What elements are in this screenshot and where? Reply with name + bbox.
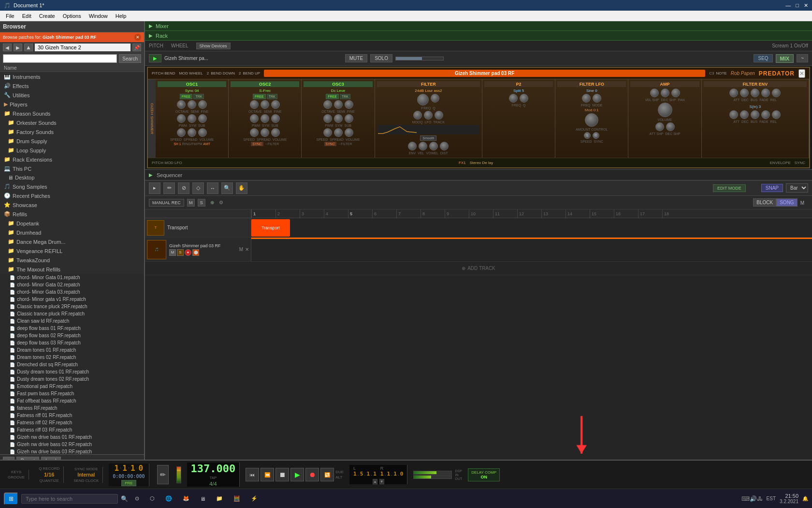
- filter-env-knob[interactable]: [408, 142, 417, 150]
- tree-item-desktop[interactable]: 🖥 Desktop: [0, 173, 144, 182]
- env-bus-knob[interactable]: [751, 110, 759, 119]
- osc1-trk-btn[interactable]: TRK: [193, 94, 204, 99]
- osc3-free-btn[interactable]: FREE: [326, 94, 339, 99]
- taskbar-search-input[interactable]: [21, 494, 118, 504]
- osc3-sym-knob[interactable]: [334, 114, 343, 123]
- nav-up-btn[interactable]: ▲: [24, 44, 33, 51]
- taskbar-app-edge[interactable]: 🌐: [161, 493, 176, 504]
- edit-mode-btn[interactable]: EDIT MODE: [713, 184, 746, 192]
- filter-track-knob[interactable]: [435, 111, 443, 120]
- osc3-spread-knob[interactable]: [334, 128, 343, 137]
- nav-bookmark-btn[interactable]: 📌: [132, 44, 141, 51]
- osc2-trk-btn[interactable]: TRK: [267, 94, 277, 99]
- env-fade-knob[interactable]: [761, 110, 770, 119]
- search-button[interactable]: Search: [119, 54, 141, 63]
- fenv-rel-knob[interactable]: [772, 89, 781, 97]
- tree-item-orkester-sounds[interactable]: 📁 Orkester Sounds: [0, 118, 144, 127]
- taskbar-app-monitor[interactable]: 🖥: [196, 494, 209, 504]
- sync-btn[interactable]: ⊡: [593, 132, 599, 139]
- tree-item-maxout-refills[interactable]: 📁 The Maxout Refills: [0, 265, 144, 274]
- osc1-free-btn[interactable]: FREE: [180, 94, 193, 99]
- env-att-knob[interactable]: [729, 110, 738, 119]
- stop-btn[interactable]: ⏹: [276, 468, 289, 481]
- list-item[interactable]: 📄Gizeh nw drive bass 03 RF.repatch: [0, 448, 144, 454]
- menu-edit[interactable]: Edit: [18, 12, 35, 20]
- fenv-sus-knob[interactable]: [751, 89, 759, 97]
- tree-item-tweakazound[interactable]: 📁 TweakaZound: [0, 255, 144, 265]
- list-item[interactable]: 📄deep flow bass 03 RF.repatch: [0, 339, 144, 346]
- manual-rec-btn[interactable]: MANUAL REC: [149, 199, 184, 207]
- tree-item-loop-supply[interactable]: 📁 Loop Supply: [0, 146, 144, 155]
- list-item[interactable]: 📄Dream tones 02 RF.repatch: [0, 354, 144, 361]
- minimize-btn[interactable]: —: [785, 2, 791, 9]
- osc2-sym-knob[interactable]: [261, 114, 269, 123]
- tree-item-vengeance-refill[interactable]: 📁 Vengeance REFILL: [0, 246, 144, 255]
- seq-hand-tool[interactable]: ✋: [236, 182, 247, 194]
- p2-q-knob[interactable]: [520, 94, 528, 103]
- list-item[interactable]: 📄chord- Minor Gata 03.repatch: [0, 288, 144, 296]
- list-item[interactable]: 📄Emotional pad RF.repatch: [0, 383, 144, 390]
- filter-freq-knob[interactable]: [417, 94, 429, 105]
- nav-forward-btn[interactable]: ▶: [14, 44, 22, 51]
- list-item[interactable]: 📄chord- Minor Gata 02.repatch: [0, 281, 144, 288]
- osc1-volume-knob[interactable]: [198, 128, 207, 137]
- list-item[interactable]: 📄deep flow bass 01 RF.repatch: [0, 325, 144, 332]
- seq-m-btn[interactable]: M: [187, 199, 195, 207]
- pre-btn[interactable]: PRE: [121, 480, 136, 486]
- list-item[interactable]: 📄Fatness riff 01 RF.repatch: [0, 412, 144, 419]
- osc2-sync-btn[interactable]: SYNC: [251, 142, 263, 146]
- amp-pan-knob[interactable]: [671, 89, 680, 97]
- taskbar-app-firefox[interactable]: 🦊: [179, 493, 193, 504]
- tree-item-factory-sounds[interactable]: 📁 Factory Sounds: [0, 127, 144, 136]
- speed-btn[interactable]: S: [584, 132, 591, 139]
- osc2-speed-knob[interactable]: [250, 128, 259, 137]
- list-item[interactable]: 📄Gizeh nw drive bass 01 RF.repatch: [0, 433, 144, 441]
- track-s-btn[interactable]: S: [177, 249, 184, 256]
- maximize-btn[interactable]: □: [796, 2, 799, 9]
- osc1-spread-knob[interactable]: [188, 128, 196, 137]
- seq-select-tool[interactable]: ▸: [149, 182, 160, 194]
- track-content-transport[interactable]: Transport: [251, 218, 812, 237]
- amp-volume-knob[interactable]: [658, 103, 672, 117]
- lfo-mode-knob[interactable]: [593, 94, 601, 103]
- tree-item-drumhead[interactable]: 📁 Drumhead: [0, 228, 144, 237]
- osc1-fine-knob[interactable]: [198, 100, 207, 109]
- env-dec-knob[interactable]: [740, 110, 749, 119]
- osc3-speed-knob[interactable]: [323, 128, 332, 137]
- env-rel-knob[interactable]: [772, 110, 781, 119]
- seq-pencil-tool[interactable]: ✏: [163, 182, 175, 194]
- seq-btn[interactable]: SEQ: [754, 54, 772, 62]
- rack-play-btn[interactable]: ▶: [149, 54, 161, 62]
- osc3-semi-knob[interactable]: [334, 100, 343, 109]
- osc2-semi-knob[interactable]: [261, 100, 269, 109]
- filter-lfo-knob[interactable]: [424, 111, 433, 120]
- osc3-fine-knob[interactable]: [345, 100, 353, 109]
- menu-help[interactable]: Help: [112, 12, 130, 20]
- add-track-btn[interactable]: ⊕ ADD TRACK: [145, 262, 812, 275]
- tree-item-instruments[interactable]: 🎹 Instruments: [0, 72, 144, 81]
- tree-item-reason-sounds[interactable]: 📁 Reason Sounds: [0, 109, 144, 118]
- list-item[interactable]: 📄deep flow bass 02 RF.repatch: [0, 332, 144, 339]
- filter-mooq-knob[interactable]: [413, 111, 422, 120]
- rewind-transport-btn[interactable]: ⏪: [261, 468, 274, 481]
- list-item[interactable]: 📄Dream tones 01 RF.repatch: [0, 346, 144, 354]
- nav-back-btn[interactable]: ◀: [3, 44, 12, 51]
- osc1-octave-knob[interactable]: ↻: [177, 100, 186, 109]
- notification-icon[interactable]: 🔔: [802, 496, 808, 501]
- filter-vel-knob[interactable]: [419, 142, 427, 150]
- track-m-btn[interactable]: M: [169, 249, 176, 256]
- list-item[interactable]: 📄Dusty dream tones 02 RF.repatch: [0, 375, 144, 383]
- osc2-sub-knob[interactable]: [271, 114, 280, 123]
- taskbar-app-calc[interactable]: 🧮: [230, 493, 244, 504]
- show-devices-btn[interactable]: Show Devices: [196, 43, 231, 49]
- list-item[interactable]: 📄Classic trance pluck 2RF.repatch: [0, 303, 144, 310]
- lfo-amount-knob[interactable]: [585, 113, 598, 127]
- list-item[interactable]: 📄chord- Minor Gata 01.repatch: [0, 274, 144, 281]
- menu-window[interactable]: Window: [85, 12, 112, 20]
- osc3-pwm-knob[interactable]: [323, 114, 332, 123]
- osc3-trk-btn[interactable]: TRK: [340, 94, 350, 99]
- taskbar-app-cortana[interactable]: ⊙: [131, 493, 143, 504]
- tree-item-dopetank[interactable]: 📁 Dopetank: [0, 219, 144, 228]
- osc3-sync-btn[interactable]: SYNC: [324, 142, 336, 146]
- seq-s-btn[interactable]: S: [198, 199, 205, 207]
